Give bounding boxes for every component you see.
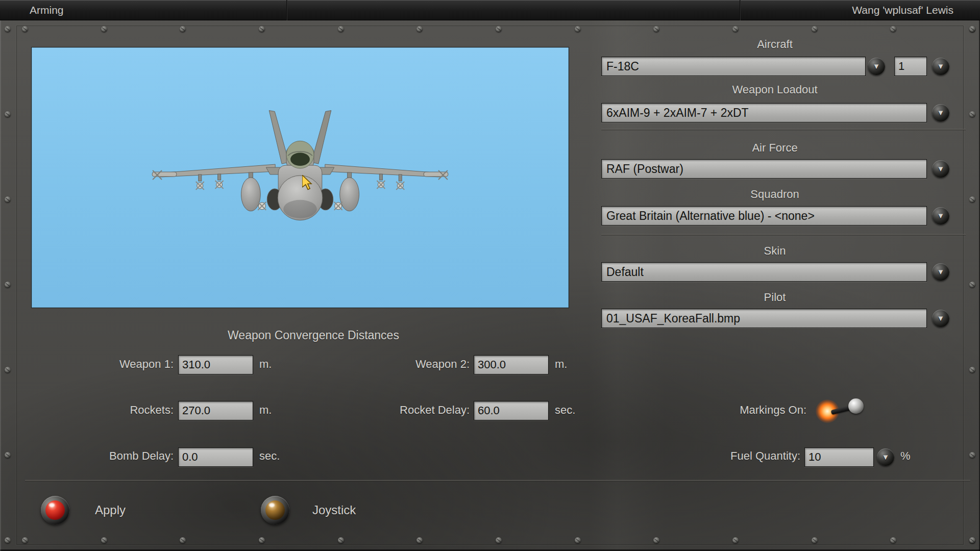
rivet-icon <box>259 26 265 32</box>
rivet-icon <box>22 537 28 543</box>
rocket-delay-field[interactable] <box>474 401 549 420</box>
bomb-delay-label: Bomb Delay: <box>31 449 174 463</box>
toggle-ball <box>848 398 864 414</box>
rivet-icon <box>180 26 186 32</box>
footer-divider <box>25 480 970 481</box>
squadron-dropdown-arrow-icon[interactable]: ▼ <box>932 207 949 224</box>
loadout-dropdown-arrow-icon[interactable]: ▼ <box>932 104 949 121</box>
rivet-icon <box>338 26 344 32</box>
apply-button-cap-icon <box>45 500 65 520</box>
skin-label: Skin <box>601 244 948 258</box>
rivet-icon <box>575 537 581 543</box>
rivet-icon <box>812 537 818 543</box>
topbar-separator <box>286 0 287 20</box>
loadout-dropdown[interactable]: 6xAIM-9 + 2xAIM-7 + 2xDT <box>601 103 927 122</box>
weapon2-field[interactable] <box>474 355 549 374</box>
rivet-icon <box>653 537 659 543</box>
joystick-button-label[interactable]: Joystick <box>312 503 356 517</box>
skin-dropdown[interactable]: Default <box>601 262 927 282</box>
rocket-delay-label: Rocket Delay: <box>316 404 470 417</box>
loadout-label: Weapon Loadout <box>601 83 948 96</box>
arming-screen: Arming Wang 'wplusaf' Lewis <box>0 0 980 551</box>
rivet-icon <box>732 26 739 32</box>
rivet-icon <box>101 26 107 32</box>
aircraft-label: Aircraft <box>601 38 948 51</box>
rivet-icon <box>496 537 502 543</box>
topbar-separator <box>740 0 741 20</box>
rivet-icon <box>259 537 265 543</box>
rivet-icon <box>5 111 11 117</box>
aircraft-dropdown-arrow-icon[interactable]: ▼ <box>868 58 885 75</box>
pilot-label: Pilot <box>601 291 948 304</box>
rivet-icon <box>5 282 11 288</box>
markings-toggle[interactable] <box>816 396 873 424</box>
rivet-icon <box>969 111 975 117</box>
aircraft-render <box>32 47 569 308</box>
rivet-icon <box>180 537 186 543</box>
weapon2-label: Weapon 2: <box>327 358 470 371</box>
fuel-quantity-field[interactable] <box>804 447 874 467</box>
rockets-label: Rockets: <box>31 404 174 417</box>
section-divider <box>601 129 966 130</box>
weapon1-label: Weapon 1: <box>31 358 174 371</box>
rivet-icon <box>969 537 975 543</box>
rivet-icon <box>969 537 975 543</box>
rockets-unit: m. <box>259 404 272 417</box>
rockets-field[interactable] <box>178 401 253 420</box>
tab-arming[interactable]: Arming <box>30 0 64 20</box>
air-force-dropdown-arrow-icon[interactable]: ▼ <box>932 160 949 178</box>
rivet-icon <box>969 452 975 458</box>
rivet-icon <box>890 26 896 32</box>
rivet-icon <box>890 537 896 543</box>
rivet-icon <box>969 26 975 32</box>
top-bar: Arming Wang 'wplusaf' Lewis <box>0 0 980 20</box>
rivet-icon <box>5 537 11 543</box>
rivet-icon <box>653 26 659 32</box>
rivet-icon <box>575 26 581 32</box>
rivet-icon <box>338 537 344 543</box>
pilot-dropdown-arrow-icon[interactable]: ▼ <box>932 310 949 327</box>
weapon2-unit: m. <box>555 358 567 371</box>
rivet-icon <box>416 537 423 543</box>
squadron-label: Squadron <box>601 188 948 201</box>
fuel-quantity-arrow-icon[interactable]: ▼ <box>877 448 894 466</box>
air-force-label: Air Force <box>601 141 948 155</box>
rivet-icon <box>22 26 28 32</box>
rivet-icon <box>969 367 975 373</box>
aircraft-preview-panel[interactable] <box>31 47 569 308</box>
joystick-button-cap-icon <box>265 500 285 520</box>
rivet-icon <box>5 452 11 458</box>
apply-button[interactable] <box>41 496 69 524</box>
skin-dropdown-arrow-icon[interactable]: ▼ <box>932 263 949 281</box>
bomb-delay-field[interactable] <box>178 447 253 467</box>
rivet-icon <box>5 196 11 203</box>
aircraft-count-field[interactable] <box>894 57 927 76</box>
apply-button-label[interactable]: Apply <box>95 503 126 517</box>
fuel-quantity-label: Fuel Quantity: <box>638 449 800 463</box>
rivet-icon <box>101 537 107 543</box>
rivet-icon <box>969 282 975 288</box>
rocket-delay-unit: sec. <box>555 404 575 417</box>
rivet-icon <box>496 26 502 32</box>
player-name: Wang 'wplusaf' Lewis <box>852 0 953 20</box>
pilot-dropdown[interactable]: 01_USAF_KoreaFall.bmp <box>601 309 927 328</box>
fuel-quantity-unit: % <box>900 449 911 463</box>
aircraft-dropdown[interactable]: F-18C <box>601 57 866 76</box>
bomb-delay-unit: sec. <box>259 449 280 463</box>
markings-label: Markings On: <box>643 404 806 417</box>
weapon1-field[interactable] <box>178 355 253 374</box>
rivet-icon <box>732 537 739 543</box>
joystick-button[interactable] <box>261 496 289 524</box>
rivet-icon <box>812 26 818 32</box>
rivet-icon <box>5 26 11 32</box>
rivet-icon <box>416 26 423 32</box>
rivet-icon <box>5 367 11 373</box>
rivet-icon <box>969 26 975 32</box>
rivet-icon <box>969 196 975 203</box>
squadron-dropdown[interactable]: Great Britain (Alternative blue) - <none… <box>601 206 927 226</box>
air-force-dropdown[interactable]: RAF (Postwar) <box>601 159 927 179</box>
aircraft-count-arrow-icon[interactable]: ▼ <box>932 58 949 75</box>
convergence-title: Weapon Convergence Distances <box>178 329 449 342</box>
weapon1-unit: m. <box>259 358 272 371</box>
section-divider <box>601 234 966 235</box>
